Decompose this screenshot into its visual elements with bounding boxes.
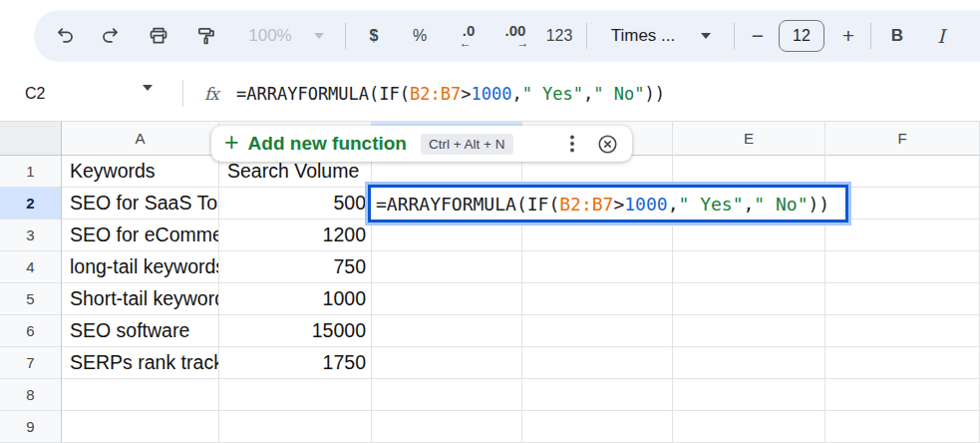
cell-F9[interactable]: [825, 411, 980, 443]
row-header-7[interactable]: 7: [0, 347, 62, 379]
add-function-label[interactable]: Add new function: [248, 133, 407, 155]
cell-C7[interactable]: [372, 347, 522, 379]
cell-E8[interactable]: [673, 379, 825, 411]
cell-F8[interactable]: [825, 379, 980, 411]
cell-C9[interactable]: [372, 411, 522, 443]
column-header-A[interactable]: A: [62, 122, 219, 156]
cell-A7[interactable]: SERPs rank tracking: [62, 347, 219, 379]
cell-C8[interactable]: [372, 379, 522, 411]
column-header-F[interactable]: F: [825, 122, 980, 156]
cell-D9[interactable]: [522, 411, 673, 443]
increase-font-size-button[interactable]: +: [842, 24, 854, 48]
cell-F2[interactable]: [825, 188, 980, 220]
name-box[interactable]: C2: [25, 66, 45, 121]
formula-segment-string: " Yes": [522, 84, 583, 104]
cell-E9[interactable]: [673, 411, 825, 443]
formula-input[interactable]: =ARRAYFORMULA(IF(B2:B7>1000," Yes"," No"…: [236, 66, 665, 121]
cell-D6[interactable]: [522, 315, 673, 347]
toolbar: 100% $ % .0← .00→ 123 Times ... − 12 + B…: [0, 0, 980, 66]
cell-B7[interactable]: 1750: [219, 347, 372, 379]
table-row: 3SEO for eCommerce1200: [0, 220, 980, 251]
cell-F6[interactable]: [825, 315, 980, 347]
cell-E1[interactable]: [673, 156, 825, 188]
font-name-select[interactable]: Times ...: [611, 26, 676, 46]
currency-format-button[interactable]: $: [370, 27, 379, 45]
cell-A3[interactable]: SEO for eCommerce: [62, 220, 219, 251]
more-options-icon[interactable]: [563, 133, 581, 155]
percent-format-button[interactable]: %: [413, 27, 427, 45]
cell-A2[interactable]: SEO for SaaS Tool: [62, 188, 219, 220]
cell-D4[interactable]: [522, 251, 673, 283]
formula-segment-number: 1000: [624, 194, 667, 215]
cell-A8[interactable]: [62, 379, 219, 411]
cell-B2[interactable]: 500: [219, 188, 372, 220]
formula-segment-plain: ,: [668, 194, 679, 215]
redo-icon[interactable]: [99, 25, 121, 47]
cell-A4[interactable]: long-tail keywords: [62, 251, 219, 283]
number-format-button[interactable]: 123: [546, 27, 573, 45]
cell-B6[interactable]: 15000: [219, 315, 372, 347]
cell-E5[interactable]: [673, 283, 825, 315]
column-header-E[interactable]: E: [673, 122, 825, 156]
cell-B4[interactable]: 750: [219, 251, 372, 283]
italic-button[interactable]: I: [937, 25, 945, 47]
row-header-5[interactable]: 5: [0, 283, 62, 315]
cell-B3[interactable]: 1200: [219, 220, 372, 251]
cell-C6[interactable]: [372, 315, 522, 347]
row-header-2[interactable]: 2: [0, 188, 62, 220]
font-size-input[interactable]: 12: [779, 20, 824, 52]
bold-button[interactable]: B: [891, 26, 903, 46]
row-header-3[interactable]: 3: [0, 220, 62, 251]
cell-C4[interactable]: [372, 251, 522, 283]
row-header-1[interactable]: 1: [0, 156, 62, 188]
select-all-corner[interactable]: [0, 122, 62, 156]
fx-icon: fx: [204, 66, 218, 121]
decrease-font-size-button[interactable]: −: [752, 24, 764, 48]
cell-D3[interactable]: [522, 220, 673, 251]
row-header-4[interactable]: 4: [0, 251, 62, 283]
formula-segment-plain: =ARRAYFORMULA(IF(: [236, 84, 410, 104]
cell-B9[interactable]: [219, 411, 372, 443]
formula-segment-plain: ,: [511, 84, 521, 104]
increase-decimal-button[interactable]: .00→: [505, 23, 526, 49]
paint-format-icon[interactable]: [195, 25, 218, 48]
cell-A5[interactable]: Short-tail keywords: [62, 283, 219, 315]
table-row: 7SERPs rank tracking1750: [0, 347, 980, 379]
cell-D5[interactable]: [522, 283, 673, 315]
cell-A9[interactable]: [62, 411, 219, 443]
cell-D7[interactable]: [522, 347, 673, 379]
cell-D8[interactable]: [522, 379, 673, 411]
undo-icon[interactable]: [55, 25, 77, 47]
cell-editor[interactable]: =ARRAYFORMULA(IF(B2:B7>1000," Yes"," No"…: [368, 185, 848, 222]
formula-segment-string: " No": [593, 84, 644, 104]
cell-E3[interactable]: [673, 220, 825, 251]
zoom-caret-icon[interactable]: [314, 33, 324, 39]
row-header-9[interactable]: 9: [0, 411, 62, 443]
cell-F5[interactable]: [825, 283, 980, 315]
table-row: 5Short-tail keywords1000: [0, 283, 980, 315]
row-header-6[interactable]: 6: [0, 315, 62, 347]
cell-F7[interactable]: [825, 347, 980, 379]
cell-F3[interactable]: [825, 220, 980, 251]
close-icon[interactable]: [596, 133, 619, 156]
cell-F4[interactable]: [825, 251, 980, 283]
cell-B5[interactable]: 1000: [219, 283, 372, 315]
row-header-8[interactable]: 8: [0, 379, 62, 411]
cell-C3[interactable]: [372, 220, 522, 251]
table-row: 6SEO software15000: [0, 315, 980, 347]
toolbar-divider: [586, 23, 587, 49]
name-box-caret-icon[interactable]: [143, 91, 153, 109]
cell-E6[interactable]: [673, 315, 825, 347]
cell-C5[interactable]: [372, 283, 522, 315]
cell-A1[interactable]: Keywords: [62, 156, 219, 188]
cell-F1[interactable]: [825, 156, 980, 188]
print-icon[interactable]: [148, 25, 170, 48]
font-caret-icon[interactable]: [701, 33, 711, 39]
cell-B8[interactable]: [219, 379, 372, 411]
cell-E4[interactable]: [673, 251, 825, 283]
decrease-decimal-button[interactable]: .0←: [463, 23, 476, 49]
formula-segment-plain: =ARRAYFORMULA(IF(: [376, 194, 559, 215]
cell-E7[interactable]: [673, 347, 825, 379]
zoom-select[interactable]: 100%: [248, 26, 291, 46]
cell-A6[interactable]: SEO software: [62, 315, 219, 347]
